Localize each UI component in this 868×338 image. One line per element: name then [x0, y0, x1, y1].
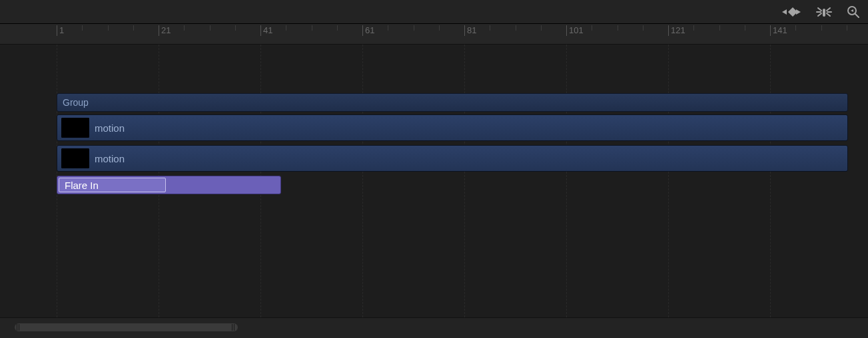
ruler-minor-tick	[643, 25, 644, 31]
ruler-label: 141	[773, 25, 787, 35]
group-label: Group	[63, 97, 89, 108]
ruler-minor-tick	[388, 25, 388, 31]
bottom-bar	[0, 317, 868, 338]
svg-line-9	[855, 14, 859, 17]
ruler-minor-tick	[693, 25, 694, 31]
ruler-minor-tick	[312, 25, 312, 31]
behavior-name: Flare In	[65, 180, 99, 191]
behavior-lane: Flare In	[57, 176, 848, 196]
ruler-minor-tick	[235, 25, 236, 31]
ruler-label: 101	[569, 25, 584, 35]
track-area[interactable]: Group motion motion Flare In	[0, 45, 868, 317]
ruler-minor-tick	[108, 25, 109, 31]
keyframe-icon[interactable]	[781, 7, 801, 17]
toolbar	[0, 0, 868, 23]
ruler-minor-tick	[618, 25, 618, 31]
behavior-clip[interactable]: Flare In	[57, 176, 281, 194]
svg-line-2	[818, 8, 821, 11]
ruler-label: 81	[467, 25, 476, 35]
ruler-minor-tick	[795, 25, 796, 31]
clip-name: motion	[95, 122, 125, 134]
ruler-minor-tick	[210, 25, 211, 31]
ruler-minor-tick	[286, 25, 286, 31]
scrollbar-grip-left-icon[interactable]	[17, 324, 21, 331]
ruler-minor-tick	[82, 25, 83, 31]
timeline-ruler[interactable]: 121416181101121141	[0, 23, 868, 45]
clip-thumbnail	[61, 148, 89, 168]
ruler-minor-tick	[337, 25, 338, 31]
scrollbar-grip-right-icon[interactable]	[232, 324, 236, 331]
svg-line-7	[827, 13, 830, 16]
ruler-minor-tick	[541, 25, 542, 31]
clip-thumbnail	[61, 118, 89, 138]
ruler-label: 121	[671, 25, 685, 35]
ruler-minor-tick	[592, 25, 592, 31]
ruler-minor-tick	[821, 25, 822, 31]
ruler-minor-tick	[133, 25, 134, 31]
ruler-minor-tick	[847, 25, 847, 31]
svg-rect-1	[823, 9, 825, 17]
ruler-minor-tick	[439, 25, 440, 31]
ruler-label: 1	[59, 25, 64, 35]
zoom-icon[interactable]	[847, 5, 860, 19]
scrollbar-track[interactable]	[15, 323, 238, 331]
svg-line-3	[827, 8, 830, 11]
group-bar[interactable]: Group	[57, 93, 848, 112]
ruler-minor-tick	[414, 25, 414, 31]
ruler-minor-tick	[516, 25, 516, 31]
ruler-label: 41	[263, 25, 272, 35]
clip[interactable]: motion	[57, 114, 848, 141]
lanes: Group motion motion Flare In	[57, 93, 848, 196]
ruler-label: 21	[161, 25, 171, 35]
clip[interactable]: motion	[57, 145, 848, 172]
ruler-minor-tick	[490, 25, 490, 31]
snap-icon[interactable]	[816, 6, 832, 18]
ruler-minor-tick	[719, 25, 720, 31]
clip-name: motion	[95, 153, 125, 164]
ruler-minor-tick	[745, 25, 745, 31]
ruler-minor-tick	[184, 25, 185, 31]
ruler-label: 61	[365, 25, 374, 35]
svg-rect-0	[788, 7, 797, 16]
svg-line-6	[818, 13, 821, 16]
